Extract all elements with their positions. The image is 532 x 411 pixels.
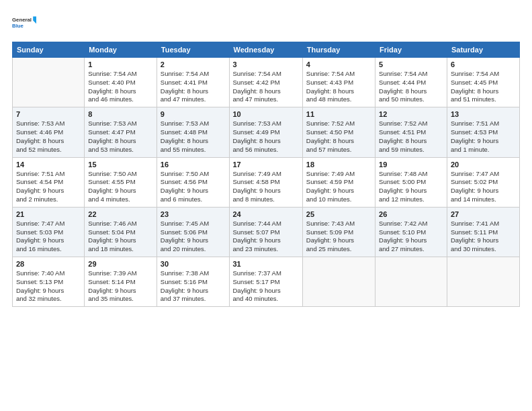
weekday-header-tuesday: Tuesday: [157, 42, 229, 58]
day-info: Sunrise: 7:37 AM Sunset: 5:17 PM Dayligh…: [233, 269, 299, 304]
calendar-cell: 14Sunrise: 7:51 AM Sunset: 4:54 PM Dayli…: [13, 157, 85, 207]
day-info: Sunrise: 7:49 AM Sunset: 4:59 PM Dayligh…: [306, 170, 371, 204]
day-number: 13: [451, 110, 516, 118]
day-number: 17: [233, 161, 299, 169]
calendar-cell: 16Sunrise: 7:50 AM Sunset: 4:56 PM Dayli…: [157, 157, 229, 207]
day-info: Sunrise: 7:51 AM Sunset: 4:53 PM Dayligh…: [451, 120, 516, 154]
calendar-cell: 12Sunrise: 7:52 AM Sunset: 4:51 PM Dayli…: [375, 107, 447, 157]
calendar-cell: 3Sunrise: 7:54 AM Sunset: 4:42 PM Daylig…: [229, 58, 302, 107]
calendar-cell: 5Sunrise: 7:54 AM Sunset: 4:44 PM Daylig…: [375, 58, 447, 107]
day-info: Sunrise: 7:45 AM Sunset: 5:06 PM Dayligh…: [161, 220, 226, 254]
calendar-cell: 7Sunrise: 7:53 AM Sunset: 4:46 PM Daylig…: [13, 107, 85, 157]
day-number: 16: [161, 161, 226, 169]
day-info: Sunrise: 7:41 AM Sunset: 5:11 PM Dayligh…: [451, 220, 516, 254]
calendar-cell: 22Sunrise: 7:46 AM Sunset: 5:04 PM Dayli…: [85, 207, 157, 257]
calendar-cell: 21Sunrise: 7:47 AM Sunset: 5:03 PM Dayli…: [13, 207, 85, 257]
calendar-cell: 19Sunrise: 7:48 AM Sunset: 5:00 PM Dayli…: [375, 157, 447, 207]
weekday-header-sunday: Sunday: [13, 42, 85, 58]
calendar-cell: [447, 257, 519, 307]
weekday-header-monday: Monday: [85, 42, 157, 58]
day-number: 28: [16, 260, 81, 268]
day-info: Sunrise: 7:44 AM Sunset: 5:07 PM Dayligh…: [233, 220, 299, 254]
calendar-cell: [375, 257, 447, 307]
day-number: 21: [16, 210, 81, 218]
day-info: Sunrise: 7:53 AM Sunset: 4:46 PM Dayligh…: [16, 120, 81, 154]
day-info: Sunrise: 7:54 AM Sunset: 4:44 PM Dayligh…: [379, 70, 443, 104]
calendar-cell: 23Sunrise: 7:45 AM Sunset: 5:06 PM Dayli…: [157, 207, 229, 257]
day-number: 14: [16, 161, 81, 169]
day-info: Sunrise: 7:39 AM Sunset: 5:14 PM Dayligh…: [88, 269, 152, 304]
day-number: 27: [451, 210, 516, 218]
day-number: 1: [88, 60, 152, 68]
day-info: Sunrise: 7:54 AM Sunset: 4:43 PM Dayligh…: [306, 70, 371, 104]
day-info: Sunrise: 7:40 AM Sunset: 5:13 PM Dayligh…: [16, 269, 81, 304]
day-number: 30: [161, 260, 226, 268]
weekday-header-saturday: Saturday: [447, 42, 519, 58]
calendar-cell: 9Sunrise: 7:53 AM Sunset: 4:48 PM Daylig…: [157, 107, 229, 157]
calendar-cell: 25Sunrise: 7:43 AM Sunset: 5:09 PM Dayli…: [302, 207, 375, 257]
day-info: Sunrise: 7:54 AM Sunset: 4:42 PM Dayligh…: [233, 70, 299, 104]
page-header: General Blue: [12, 11, 520, 35]
day-number: 29: [88, 260, 152, 268]
day-number: 26: [379, 210, 443, 218]
calendar-cell: 8Sunrise: 7:53 AM Sunset: 4:47 PM Daylig…: [85, 107, 157, 157]
calendar-week-row: 21Sunrise: 7:47 AM Sunset: 5:03 PM Dayli…: [13, 207, 520, 257]
calendar-cell: 1Sunrise: 7:54 AM Sunset: 4:40 PM Daylig…: [85, 58, 157, 107]
day-info: Sunrise: 7:48 AM Sunset: 5:00 PM Dayligh…: [379, 170, 443, 204]
day-info: Sunrise: 7:51 AM Sunset: 4:54 PM Dayligh…: [16, 170, 81, 204]
calendar-cell: 11Sunrise: 7:52 AM Sunset: 4:50 PM Dayli…: [302, 107, 375, 157]
day-number: 31: [233, 260, 299, 268]
day-info: Sunrise: 7:52 AM Sunset: 4:50 PM Dayligh…: [306, 120, 371, 154]
calendar-cell: [13, 58, 85, 107]
calendar-cell: 30Sunrise: 7:38 AM Sunset: 5:16 PM Dayli…: [157, 257, 229, 307]
calendar-table: SundayMondayTuesdayWednesdayThursdayFrid…: [12, 42, 520, 307]
day-number: 5: [379, 60, 443, 68]
day-number: 22: [88, 210, 152, 218]
calendar-cell: 29Sunrise: 7:39 AM Sunset: 5:14 PM Dayli…: [85, 257, 157, 307]
calendar-page: General Blue SundayMondayTuesdayWednesda…: [0, 0, 532, 411]
calendar-week-row: 28Sunrise: 7:40 AM Sunset: 5:13 PM Dayli…: [13, 257, 520, 307]
svg-text:Blue: Blue: [12, 23, 24, 29]
svg-marker-2: [33, 16, 36, 24]
day-info: Sunrise: 7:53 AM Sunset: 4:49 PM Dayligh…: [233, 120, 299, 154]
calendar-cell: 15Sunrise: 7:50 AM Sunset: 4:55 PM Dayli…: [85, 157, 157, 207]
day-info: Sunrise: 7:50 AM Sunset: 4:56 PM Dayligh…: [161, 170, 226, 204]
calendar-cell: 27Sunrise: 7:41 AM Sunset: 5:11 PM Dayli…: [447, 207, 519, 257]
calendar-week-row: 1Sunrise: 7:54 AM Sunset: 4:40 PM Daylig…: [13, 58, 520, 107]
day-number: 4: [306, 60, 371, 68]
day-info: Sunrise: 7:38 AM Sunset: 5:16 PM Dayligh…: [161, 269, 226, 304]
weekday-header-friday: Friday: [375, 42, 447, 58]
logo-svg: General Blue: [12, 11, 36, 35]
calendar-cell: 13Sunrise: 7:51 AM Sunset: 4:53 PM Dayli…: [447, 107, 519, 157]
calendar-cell: 10Sunrise: 7:53 AM Sunset: 4:49 PM Dayli…: [229, 107, 302, 157]
calendar-cell: 20Sunrise: 7:47 AM Sunset: 5:02 PM Dayli…: [447, 157, 519, 207]
day-info: Sunrise: 7:53 AM Sunset: 4:48 PM Dayligh…: [161, 120, 226, 154]
day-info: Sunrise: 7:47 AM Sunset: 5:03 PM Dayligh…: [16, 220, 81, 254]
day-number: 24: [233, 210, 299, 218]
day-info: Sunrise: 7:47 AM Sunset: 5:02 PM Dayligh…: [451, 170, 516, 204]
day-number: 7: [16, 110, 81, 118]
weekday-header-thursday: Thursday: [302, 42, 375, 58]
calendar-cell: 26Sunrise: 7:42 AM Sunset: 5:10 PM Dayli…: [375, 207, 447, 257]
day-number: 11: [306, 110, 371, 118]
calendar-cell: 17Sunrise: 7:49 AM Sunset: 4:58 PM Dayli…: [229, 157, 302, 207]
day-number: 25: [306, 210, 371, 218]
calendar-cell: 18Sunrise: 7:49 AM Sunset: 4:59 PM Dayli…: [302, 157, 375, 207]
calendar-cell: 24Sunrise: 7:44 AM Sunset: 5:07 PM Dayli…: [229, 207, 302, 257]
weekday-header-row: SundayMondayTuesdayWednesdayThursdayFrid…: [13, 42, 520, 58]
calendar-cell: [302, 257, 375, 307]
calendar-week-row: 7Sunrise: 7:53 AM Sunset: 4:46 PM Daylig…: [13, 107, 520, 157]
day-number: 6: [451, 60, 516, 68]
day-number: 8: [88, 110, 152, 118]
calendar-cell: 2Sunrise: 7:54 AM Sunset: 4:41 PM Daylig…: [157, 58, 229, 107]
calendar-cell: 4Sunrise: 7:54 AM Sunset: 4:43 PM Daylig…: [302, 58, 375, 107]
day-number: 19: [379, 161, 443, 169]
calendar-week-row: 14Sunrise: 7:51 AM Sunset: 4:54 PM Dayli…: [13, 157, 520, 207]
day-number: 15: [88, 161, 152, 169]
day-number: 10: [233, 110, 299, 118]
day-info: Sunrise: 7:53 AM Sunset: 4:47 PM Dayligh…: [88, 120, 152, 154]
day-number: 9: [161, 110, 226, 118]
day-number: 12: [379, 110, 443, 118]
svg-text:General: General: [12, 17, 32, 23]
day-info: Sunrise: 7:54 AM Sunset: 4:45 PM Dayligh…: [451, 70, 516, 104]
